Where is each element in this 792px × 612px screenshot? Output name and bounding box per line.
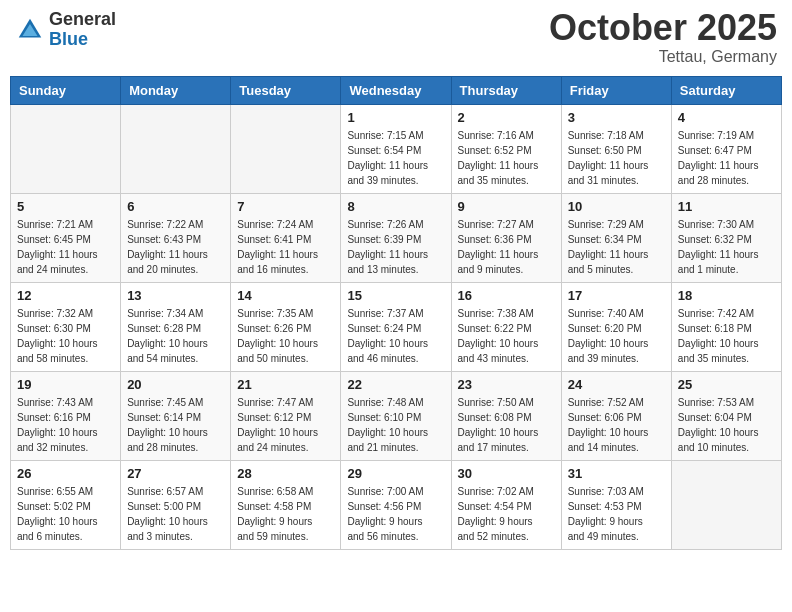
day-number: 5 xyxy=(17,199,114,214)
day-number: 2 xyxy=(458,110,555,125)
day-info: Sunrise: 7:26 AM Sunset: 6:39 PM Dayligh… xyxy=(347,217,444,277)
day-number: 23 xyxy=(458,377,555,392)
day-info: Sunrise: 7:35 AM Sunset: 6:26 PM Dayligh… xyxy=(237,306,334,366)
logo-icon xyxy=(15,15,45,45)
calendar-week-row: 26Sunrise: 6:55 AM Sunset: 5:02 PM Dayli… xyxy=(11,461,782,550)
logo-blue: Blue xyxy=(49,30,116,50)
calendar-cell: 24Sunrise: 7:52 AM Sunset: 6:06 PM Dayli… xyxy=(561,372,671,461)
calendar-cell: 6Sunrise: 7:22 AM Sunset: 6:43 PM Daylig… xyxy=(121,194,231,283)
day-info: Sunrise: 7:37 AM Sunset: 6:24 PM Dayligh… xyxy=(347,306,444,366)
calendar-cell: 26Sunrise: 6:55 AM Sunset: 5:02 PM Dayli… xyxy=(11,461,121,550)
calendar-week-row: 5Sunrise: 7:21 AM Sunset: 6:45 PM Daylig… xyxy=(11,194,782,283)
calendar-cell: 21Sunrise: 7:47 AM Sunset: 6:12 PM Dayli… xyxy=(231,372,341,461)
day-info: Sunrise: 7:34 AM Sunset: 6:28 PM Dayligh… xyxy=(127,306,224,366)
calendar-cell: 28Sunrise: 6:58 AM Sunset: 4:58 PM Dayli… xyxy=(231,461,341,550)
calendar-cell: 23Sunrise: 7:50 AM Sunset: 6:08 PM Dayli… xyxy=(451,372,561,461)
day-number: 12 xyxy=(17,288,114,303)
calendar-cell: 9Sunrise: 7:27 AM Sunset: 6:36 PM Daylig… xyxy=(451,194,561,283)
calendar-cell: 17Sunrise: 7:40 AM Sunset: 6:20 PM Dayli… xyxy=(561,283,671,372)
calendar-cell: 20Sunrise: 7:45 AM Sunset: 6:14 PM Dayli… xyxy=(121,372,231,461)
day-info: Sunrise: 7:53 AM Sunset: 6:04 PM Dayligh… xyxy=(678,395,775,455)
day-number: 30 xyxy=(458,466,555,481)
day-info: Sunrise: 7:43 AM Sunset: 6:16 PM Dayligh… xyxy=(17,395,114,455)
day-number: 18 xyxy=(678,288,775,303)
calendar-cell: 1Sunrise: 7:15 AM Sunset: 6:54 PM Daylig… xyxy=(341,105,451,194)
day-number: 24 xyxy=(568,377,665,392)
calendar-cell: 14Sunrise: 7:35 AM Sunset: 6:26 PM Dayli… xyxy=(231,283,341,372)
calendar-table: SundayMondayTuesdayWednesdayThursdayFrid… xyxy=(10,76,782,550)
logo: General Blue xyxy=(15,10,116,50)
day-info: Sunrise: 7:40 AM Sunset: 6:20 PM Dayligh… xyxy=(568,306,665,366)
day-info: Sunrise: 7:02 AM Sunset: 4:54 PM Dayligh… xyxy=(458,484,555,544)
calendar-cell xyxy=(231,105,341,194)
weekday-header-thursday: Thursday xyxy=(451,77,561,105)
day-info: Sunrise: 7:19 AM Sunset: 6:47 PM Dayligh… xyxy=(678,128,775,188)
calendar-cell: 30Sunrise: 7:02 AM Sunset: 4:54 PM Dayli… xyxy=(451,461,561,550)
logo-general: General xyxy=(49,10,116,30)
calendar-cell xyxy=(671,461,781,550)
calendar-cell: 18Sunrise: 7:42 AM Sunset: 6:18 PM Dayli… xyxy=(671,283,781,372)
day-number: 9 xyxy=(458,199,555,214)
day-info: Sunrise: 6:55 AM Sunset: 5:02 PM Dayligh… xyxy=(17,484,114,544)
day-number: 15 xyxy=(347,288,444,303)
day-info: Sunrise: 7:03 AM Sunset: 4:53 PM Dayligh… xyxy=(568,484,665,544)
day-number: 27 xyxy=(127,466,224,481)
weekday-header-tuesday: Tuesday xyxy=(231,77,341,105)
weekday-header-saturday: Saturday xyxy=(671,77,781,105)
day-info: Sunrise: 7:38 AM Sunset: 6:22 PM Dayligh… xyxy=(458,306,555,366)
day-number: 21 xyxy=(237,377,334,392)
day-info: Sunrise: 7:30 AM Sunset: 6:32 PM Dayligh… xyxy=(678,217,775,277)
month-title: October 2025 xyxy=(549,10,777,46)
calendar-week-row: 1Sunrise: 7:15 AM Sunset: 6:54 PM Daylig… xyxy=(11,105,782,194)
day-number: 8 xyxy=(347,199,444,214)
day-number: 22 xyxy=(347,377,444,392)
day-info: Sunrise: 7:16 AM Sunset: 6:52 PM Dayligh… xyxy=(458,128,555,188)
day-info: Sunrise: 7:15 AM Sunset: 6:54 PM Dayligh… xyxy=(347,128,444,188)
calendar-cell: 8Sunrise: 7:26 AM Sunset: 6:39 PM Daylig… xyxy=(341,194,451,283)
calendar-cell: 31Sunrise: 7:03 AM Sunset: 4:53 PM Dayli… xyxy=(561,461,671,550)
calendar-cell xyxy=(11,105,121,194)
weekday-header-friday: Friday xyxy=(561,77,671,105)
day-number: 11 xyxy=(678,199,775,214)
day-number: 10 xyxy=(568,199,665,214)
page-header: General Blue October 2025 Tettau, German… xyxy=(10,10,782,66)
day-number: 31 xyxy=(568,466,665,481)
day-info: Sunrise: 7:24 AM Sunset: 6:41 PM Dayligh… xyxy=(237,217,334,277)
weekday-header-row: SundayMondayTuesdayWednesdayThursdayFrid… xyxy=(11,77,782,105)
day-info: Sunrise: 7:45 AM Sunset: 6:14 PM Dayligh… xyxy=(127,395,224,455)
day-number: 4 xyxy=(678,110,775,125)
day-number: 20 xyxy=(127,377,224,392)
day-number: 13 xyxy=(127,288,224,303)
day-number: 16 xyxy=(458,288,555,303)
calendar-cell: 3Sunrise: 7:18 AM Sunset: 6:50 PM Daylig… xyxy=(561,105,671,194)
day-info: Sunrise: 7:52 AM Sunset: 6:06 PM Dayligh… xyxy=(568,395,665,455)
calendar-week-row: 19Sunrise: 7:43 AM Sunset: 6:16 PM Dayli… xyxy=(11,372,782,461)
day-info: Sunrise: 7:50 AM Sunset: 6:08 PM Dayligh… xyxy=(458,395,555,455)
calendar-cell: 22Sunrise: 7:48 AM Sunset: 6:10 PM Dayli… xyxy=(341,372,451,461)
calendar-cell: 15Sunrise: 7:37 AM Sunset: 6:24 PM Dayli… xyxy=(341,283,451,372)
calendar-cell: 13Sunrise: 7:34 AM Sunset: 6:28 PM Dayli… xyxy=(121,283,231,372)
calendar-cell: 27Sunrise: 6:57 AM Sunset: 5:00 PM Dayli… xyxy=(121,461,231,550)
day-number: 1 xyxy=(347,110,444,125)
calendar-cell: 16Sunrise: 7:38 AM Sunset: 6:22 PM Dayli… xyxy=(451,283,561,372)
day-info: Sunrise: 6:58 AM Sunset: 4:58 PM Dayligh… xyxy=(237,484,334,544)
calendar-cell: 2Sunrise: 7:16 AM Sunset: 6:52 PM Daylig… xyxy=(451,105,561,194)
day-info: Sunrise: 7:27 AM Sunset: 6:36 PM Dayligh… xyxy=(458,217,555,277)
calendar-cell: 12Sunrise: 7:32 AM Sunset: 6:30 PM Dayli… xyxy=(11,283,121,372)
day-info: Sunrise: 7:32 AM Sunset: 6:30 PM Dayligh… xyxy=(17,306,114,366)
day-number: 7 xyxy=(237,199,334,214)
day-info: Sunrise: 7:00 AM Sunset: 4:56 PM Dayligh… xyxy=(347,484,444,544)
day-number: 17 xyxy=(568,288,665,303)
month-title-block: October 2025 Tettau, Germany xyxy=(549,10,777,66)
calendar-cell xyxy=(121,105,231,194)
day-number: 19 xyxy=(17,377,114,392)
city-title: Tettau, Germany xyxy=(549,48,777,66)
day-number: 6 xyxy=(127,199,224,214)
day-info: Sunrise: 7:29 AM Sunset: 6:34 PM Dayligh… xyxy=(568,217,665,277)
day-info: Sunrise: 7:47 AM Sunset: 6:12 PM Dayligh… xyxy=(237,395,334,455)
day-info: Sunrise: 7:42 AM Sunset: 6:18 PM Dayligh… xyxy=(678,306,775,366)
weekday-header-monday: Monday xyxy=(121,77,231,105)
calendar-week-row: 12Sunrise: 7:32 AM Sunset: 6:30 PM Dayli… xyxy=(11,283,782,372)
calendar-cell: 11Sunrise: 7:30 AM Sunset: 6:32 PM Dayli… xyxy=(671,194,781,283)
day-number: 14 xyxy=(237,288,334,303)
